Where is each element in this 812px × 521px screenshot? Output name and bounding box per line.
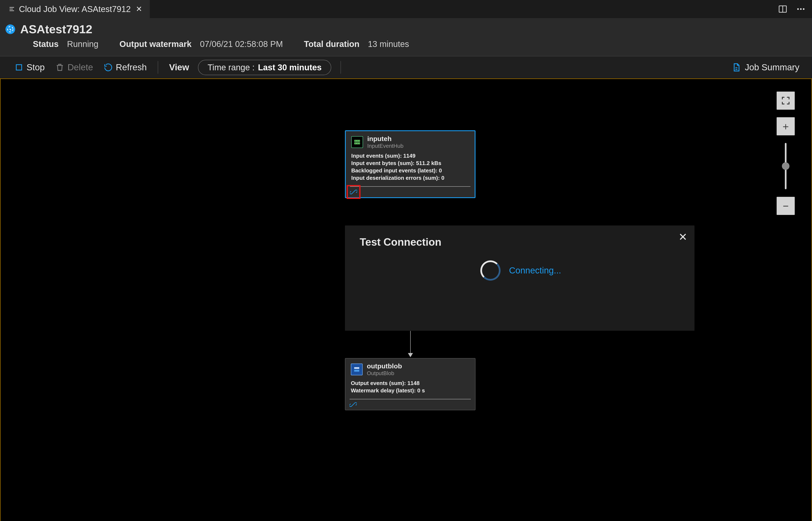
header-meta-row: Status Running Output watermark 07/06/21… [33,39,799,49]
zoom-out-button[interactable]: − [776,197,795,215]
delete-button: Delete [53,61,94,74]
close-icon[interactable]: ✕ [135,4,143,14]
eventhub-icon [351,136,363,148]
node-output-name: outputblob [367,362,402,370]
trash-icon [55,63,64,72]
refresh-label: Refresh [116,62,147,72]
view-dropdown[interactable]: View [167,61,191,74]
node-input-header: inputeh InputEventHub [346,131,475,151]
svg-rect-12 [358,140,360,141]
node-output[interactable]: outputblob OutputBlob Output events (sum… [345,358,475,410]
metric-line: Input events (sum): 1149 [351,153,469,159]
delete-label: Delete [67,62,93,72]
toolbar: Stop Delete Refresh View Time range : La… [0,56,812,78]
metric-line: Output events (sum): 1148 [351,380,470,386]
svg-rect-18 [354,370,359,372]
node-input-type: InputEventHub [367,143,404,149]
svg-rect-9 [16,65,22,70]
refresh-icon [104,63,113,72]
refresh-button[interactable]: Refresh [102,61,149,74]
test-connection-button[interactable] [348,400,358,409]
stop-icon [14,63,24,72]
node-output-footer [345,399,475,410]
metric-line: Input deserialization errors (sum): 0 [351,175,469,181]
svg-rect-14 [357,143,358,144]
node-input-metrics: Input events (sum): 1149 Input event byt… [346,151,475,185]
node-input-footer [346,187,475,197]
dialog-title: Test Connection [360,236,682,248]
zoom-slider-thumb[interactable] [782,162,789,170]
svg-rect-17 [354,367,359,369]
view-label: View [169,62,189,72]
status-value: Running [67,39,98,49]
close-icon[interactable]: ✕ [678,231,687,243]
svg-line-19 [352,404,354,406]
zoom-controls: ＋ − [776,92,795,215]
active-tab[interactable]: Cloud Job View: ASAtest7912 ✕ [0,0,150,18]
document-icon [731,63,741,72]
metric-line: Input event bytes (sum): 511.2 kBs [351,160,469,166]
dialog-body: Connecting... [360,258,682,280]
test-connection-dialog: ✕ Test Connection Connecting... [345,225,695,331]
watermark-value: 07/06/21 02:58:08 PM [200,39,283,49]
time-range-label: Time range : [208,63,254,72]
svg-rect-15 [358,143,360,144]
svg-rect-13 [355,143,356,144]
duration-label: Total duration [304,39,359,49]
list-icon [8,6,15,13]
node-output-metrics: Output events (sum): 1148 Watermark dela… [345,378,475,398]
svg-point-6 [800,8,802,10]
time-range-value: Last 30 minutes [258,63,321,72]
metric-line: Watermark delay (latest): 0 s [351,387,470,394]
metric-line: Backlogged input events (latest): 0 [351,167,469,174]
svg-rect-10 [355,140,356,141]
more-icon[interactable] [796,4,806,14]
flow-arrow [410,327,411,357]
svg-rect-11 [357,140,358,141]
tab-bar-right [778,4,806,14]
page-header: ASAtest7912 Status Running Output waterm… [0,18,812,56]
job-summary-button[interactable]: Job Summary [731,62,799,72]
tab-title: Cloud Job View: ASAtest7912 [19,4,131,14]
time-range-pill[interactable]: Time range : Last 30 minutes [198,60,331,75]
dialog-status: Connecting... [509,266,561,275]
toolbar-divider-2 [340,61,341,74]
blob-icon [351,364,363,375]
watermark-label: Output watermark [119,39,191,49]
duration-value: 13 minutes [368,39,409,49]
tab-bar: Cloud Job View: ASAtest7912 ✕ [0,0,812,18]
tab-bar-left: Cloud Job View: ASAtest7912 ✕ [0,0,150,18]
page-title: ASAtest7912 [20,22,92,36]
toolbar-divider [158,61,158,74]
spinner-icon [480,260,500,280]
diagram-canvas[interactable]: inputeh InputEventHub Input events (sum)… [0,78,812,521]
svg-line-16 [353,191,355,193]
node-output-header: outputblob OutputBlob [345,359,475,378]
test-connection-button[interactable] [349,187,358,197]
stop-label: Stop [26,62,45,72]
status-label: Status [33,39,59,49]
node-input[interactable]: inputeh InputEventHub Input events (sum)… [345,130,475,198]
svg-point-7 [803,8,805,10]
zoom-slider[interactable] [785,143,787,189]
svg-point-5 [797,8,799,10]
fit-to-screen-button[interactable] [776,92,795,110]
header-title-row: ASAtest7912 [5,22,799,36]
stream-analytics-icon [5,24,15,34]
node-output-type: OutputBlob [367,370,402,377]
node-input-name: inputeh [367,135,404,143]
zoom-in-button[interactable]: ＋ [776,117,795,135]
stop-button[interactable]: Stop [13,61,46,74]
job-summary-label: Job Summary [745,62,799,72]
split-editor-icon[interactable] [778,4,788,14]
